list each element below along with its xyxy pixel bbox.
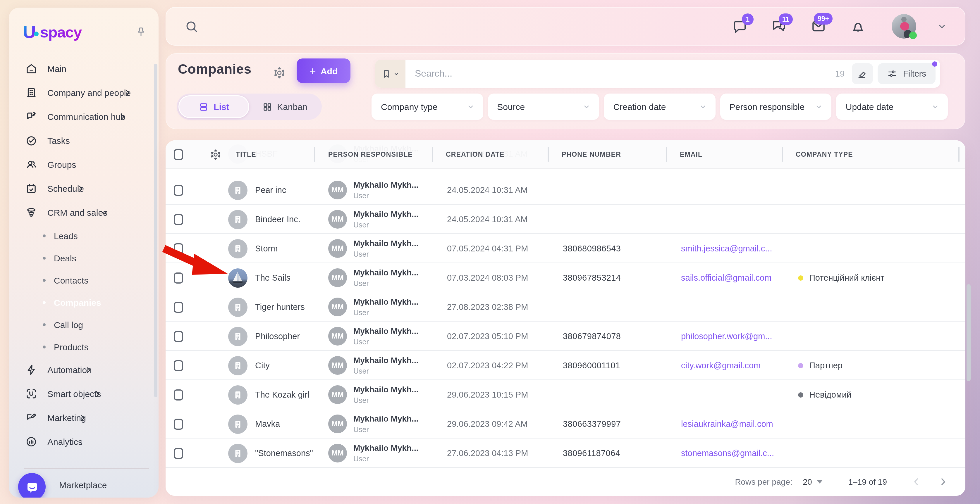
search-input[interactable]	[406, 68, 835, 79]
sidebar-item-crm-and-sales[interactable]: CRM and sales	[9, 201, 159, 225]
sidebar-item-contacts[interactable]: Contacts	[9, 269, 159, 291]
view-toggle-kanban[interactable]: Kanban	[249, 95, 320, 118]
row-checkbox[interactable]	[174, 448, 183, 459]
sidebar-item-marketing[interactable]: Marketing	[9, 406, 159, 430]
sidebar-item-automation[interactable]: Automation	[9, 358, 159, 382]
sidebar-item-leads[interactable]: Leads	[9, 225, 159, 247]
global-search-icon[interactable]	[184, 19, 199, 33]
pin-sidebar-icon[interactable]	[135, 26, 147, 38]
company-title[interactable]: City	[255, 361, 270, 370]
sidebar-item-groups[interactable]: Groups	[9, 152, 159, 177]
company-avatar-building-icon	[228, 181, 248, 200]
topbar: 1 11 99+	[165, 7, 966, 46]
company-title[interactable]: Tiger hunters	[255, 302, 305, 312]
row-checkbox[interactable]	[174, 301, 183, 312]
company-type-dot	[798, 275, 803, 281]
person-avatar: MM	[328, 385, 347, 404]
row-checkbox[interactable]	[174, 184, 183, 196]
saved-filters-bookmark-button[interactable]	[375, 60, 406, 88]
view-toggle-list[interactable]: List	[178, 95, 249, 118]
company-avatar-building-icon	[228, 326, 248, 346]
company-title[interactable]: "Stonemasons"	[255, 449, 313, 458]
chevron-right-icon	[116, 111, 129, 123]
row-checkbox[interactable]	[174, 214, 183, 225]
row-checkbox[interactable]	[174, 418, 183, 430]
column-header-title[interactable]: TITLE	[236, 151, 256, 158]
sidebar-item-schedule[interactable]: Schedule	[9, 177, 159, 201]
sidebar-item-products[interactable]: Products	[9, 336, 159, 358]
pagination-next-icon[interactable]	[937, 476, 949, 488]
person-role: User	[353, 338, 369, 346]
rows-per-page-select[interactable]: 20	[803, 477, 822, 487]
sidebar-item-communication-hub[interactable]: Communication hub	[9, 105, 159, 128]
select-all-checkbox[interactable]	[174, 149, 183, 160]
company-title[interactable]: The Kozak girl	[255, 390, 309, 399]
email-link[interactable]: philosopher.work@gm...	[681, 331, 772, 341]
column-header-company-type[interactable]: COMPANY TYPE	[782, 140, 966, 168]
pagination-prev-icon[interactable]	[910, 476, 922, 488]
table-row[interactable]: The Kozak girl MM Mykhailo Mykh... User …	[165, 380, 966, 409]
clear-search-eraser-icon[interactable]	[851, 63, 873, 84]
filters-active-dot	[932, 62, 937, 67]
table-row[interactable]: Pear inc MM Mykhailo Mykh... User 24.05.…	[165, 175, 966, 204]
company-avatar-building-icon	[228, 209, 248, 229]
email-link[interactable]: smith.jessica@gmail.c...	[681, 244, 772, 253]
table-row[interactable]: Tiger hunters MM Mykhailo Mykh... User 2…	[165, 292, 966, 322]
page-settings-gear-icon[interactable]	[273, 66, 286, 79]
filter-chip-company-type[interactable]: Company type	[372, 94, 483, 120]
email-link[interactable]: city.work@gmail.com	[681, 361, 760, 370]
notifications-bell-icon[interactable]	[850, 18, 866, 34]
company-title[interactable]: Philosopher	[255, 331, 300, 341]
table-row[interactable]: Philosopher MM Mykhailo Mykh... User 02.…	[165, 322, 966, 351]
support-chat-bubble[interactable]	[18, 473, 46, 498]
filters-button[interactable]: Filters	[877, 63, 935, 84]
email-link[interactable]: lesiaukrainka@mail.com	[681, 419, 773, 429]
company-title[interactable]: The Sails	[255, 273, 291, 282]
sidebar-item-call-log[interactable]: Call log	[9, 314, 159, 336]
company-title[interactable]: Bindeer Inc.	[255, 215, 301, 224]
chat-icon[interactable]: 1	[732, 18, 748, 34]
mail-icon[interactable]: 99+	[810, 18, 827, 35]
filter-chip-person-responsible[interactable]: Person responsible	[720, 94, 832, 120]
row-checkbox[interactable]	[174, 389, 183, 400]
column-header-person-responsible[interactable]: PERSON RESPONSIBLE	[314, 140, 432, 168]
sidebar-item-tasks[interactable]: Tasks	[9, 128, 159, 152]
table-row[interactable]: "Stonemasons" MM Mykhailo Mykh... User 2…	[165, 439, 966, 468]
group-chats-icon[interactable]: 11	[771, 18, 787, 34]
company-title[interactable]: Pear inc	[255, 185, 286, 195]
row-checkbox[interactable]	[174, 360, 183, 371]
column-header-email[interactable]: EMAIL	[666, 140, 782, 168]
columns-settings-gear-icon[interactable]	[210, 148, 222, 160]
company-title[interactable]: Storm	[255, 244, 278, 253]
sidebar-item-companies[interactable]: Companies	[9, 291, 159, 314]
content-scrollbar[interactable]	[967, 284, 970, 381]
table-row[interactable]: Mavka MM Mykhailo Mykh... User 29.06.202…	[165, 409, 966, 439]
filter-chip-source[interactable]: Source	[488, 94, 599, 120]
sidebar-item-company-and-people[interactable]: Company and people	[9, 81, 159, 105]
column-header-phone-number[interactable]: PHONE NUMBER	[547, 140, 666, 168]
sidebar-item-analytics[interactable]: Analytics	[9, 430, 159, 454]
user-avatar[interactable]	[892, 14, 916, 39]
filter-chip-creation-date[interactable]: Creation date	[604, 94, 715, 120]
email-link[interactable]: sails.official@gmail.com	[681, 273, 772, 282]
add-company-button[interactable]: + Add	[297, 59, 350, 83]
person-avatar: MM	[328, 415, 347, 433]
sidebar-item-main[interactable]: Main	[9, 57, 159, 81]
table-row[interactable]: The Sails MM Mykhailo Mykh... User 07.03…	[165, 263, 966, 292]
row-checkbox[interactable]	[174, 331, 183, 342]
sidebar-item-deals[interactable]: Deals	[9, 247, 159, 269]
filter-chip-update-date[interactable]: Update date	[836, 94, 948, 120]
column-header-creation-date[interactable]: CREATION DATE	[432, 140, 547, 168]
table-row[interactable]: City MM Mykhailo Mykh... User 02.07.2023…	[165, 351, 966, 380]
smart-objects-icon	[25, 388, 37, 400]
table-row[interactable]: Bindeer Inc. MM Mykhailo Mykh... User 24…	[165, 204, 966, 234]
row-checkbox[interactable]	[174, 272, 183, 283]
analytics-icon	[25, 436, 37, 448]
table-row[interactable]: Storm MM Mykhailo Mykh... User 07.05.202…	[165, 234, 966, 263]
sidebar-scrollbar[interactable]	[154, 64, 158, 397]
row-checkbox[interactable]	[174, 243, 183, 254]
email-link[interactable]: stonemasons@gmail.c...	[681, 449, 774, 458]
sidebar-item-smart-objects[interactable]: Smart objects	[9, 382, 159, 406]
profile-chevron-down-icon[interactable]	[936, 21, 948, 32]
company-title[interactable]: Mavka	[255, 419, 280, 429]
